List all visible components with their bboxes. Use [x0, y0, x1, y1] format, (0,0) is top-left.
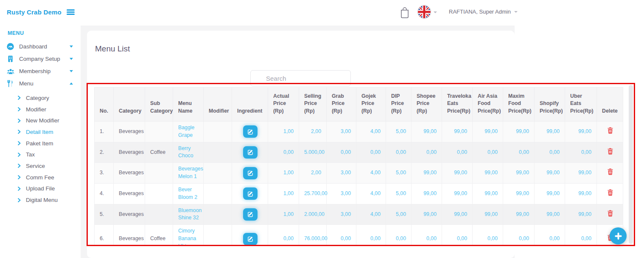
cell-ingredient	[232, 142, 268, 163]
table-row: 6.BeveragesCoffeeCimory Banana Uht0,0076…	[95, 225, 623, 246]
chevron-right-icon	[18, 141, 21, 145]
uk-flag-icon[interactable]	[418, 6, 431, 18]
cell-delete	[597, 163, 623, 184]
cell-price: 5,00	[386, 183, 412, 204]
search-box	[250, 70, 351, 86]
sidebar-subitem-paket-item[interactable]: Paket Item	[0, 138, 81, 149]
vertical-scrollbar[interactable]	[629, 85, 633, 244]
ingredient-edit-button[interactable]	[243, 125, 258, 138]
sidebar-subitem-label: Paket Item	[26, 140, 53, 147]
sidebar-item-membership[interactable]: Membership	[0, 65, 81, 77]
cell-price: 25.700,00	[299, 183, 327, 204]
cell-sub-category: Coffee	[145, 142, 173, 163]
cell-category: Beverages	[114, 163, 145, 184]
cell-price: 99,00	[473, 204, 503, 225]
user-menu[interactable]: RAFTIANA, Super Admin	[449, 9, 518, 15]
cell-price: 1,00	[268, 163, 299, 184]
cell-price: 0,00	[356, 225, 386, 246]
delete-button[interactable]	[607, 127, 613, 134]
cell-price: 0,00	[473, 225, 503, 246]
sidebar-item-menu[interactable]: Menu	[0, 77, 81, 90]
cell-price: 99,00	[442, 122, 473, 142]
cell-modifier	[204, 225, 232, 246]
table-row: 4.BeveragesBever Bloom 21,0025.700,003,0…	[95, 183, 623, 204]
column-header: Uber Eats Price(Rp)	[565, 88, 597, 122]
chevron-right-icon	[18, 164, 21, 168]
cell-modifier	[204, 122, 232, 142]
cell-price: 99,00	[473, 183, 503, 204]
menu-name-link[interactable]: Berry Choco	[178, 145, 193, 159]
column-header: Traveloka Eats Price(Rp)	[442, 88, 473, 122]
cell-price: 2,00	[299, 122, 327, 142]
sidebar-subitem-tax[interactable]: Tax	[0, 149, 81, 160]
menu-name-link[interactable]: Bever Bloom 2	[178, 187, 197, 200]
chevron-right-icon	[18, 153, 21, 157]
menu-name-link[interactable]: Bluemoon Shine 32	[178, 207, 202, 221]
cell-price: 0,00	[503, 142, 535, 163]
ingredient-edit-button[interactable]	[243, 187, 258, 200]
delete-button[interactable]	[607, 148, 613, 155]
brand-row: Rusty Crab Demo	[0, 0, 81, 16]
sidebar-subitem-comm-fee[interactable]: Comm Fee	[0, 172, 81, 183]
cell-price: 0,00	[268, 225, 299, 246]
table-header: No.CategorySub CategoryMenu NameModifier…	[95, 88, 623, 122]
shopping-bag-icon[interactable]	[399, 7, 410, 19]
ingredient-edit-button[interactable]	[243, 167, 258, 179]
cell-ingredient	[232, 204, 268, 225]
sidebar-subitem-detail-item[interactable]: Detail Item	[0, 126, 81, 138]
cell-no: 4.	[95, 183, 114, 204]
cell-price: 0,00	[356, 142, 386, 163]
sidebar-submenu-menu: CategoryModifierNew ModifierDetail ItemP…	[0, 90, 81, 207]
sidebar: Rusty Crab Demo MENU DashboardCompany Se…	[0, 0, 81, 258]
hamburger-menu-icon[interactable]	[67, 9, 75, 15]
brand-title[interactable]: Rusty Crab Demo	[7, 9, 62, 16]
column-header: Category	[114, 88, 145, 122]
sidebar-item-company-setup[interactable]: Company Setup	[0, 53, 81, 65]
cell-category: Beverages	[114, 142, 145, 163]
sidebar-subitem-service[interactable]: Service	[0, 160, 81, 172]
chevron-right-icon	[18, 175, 21, 179]
cell-category: Beverages	[114, 225, 145, 246]
column-header: Sub Category	[145, 88, 173, 122]
ingredient-edit-button[interactable]	[243, 146, 258, 159]
utensils-icon	[7, 80, 14, 87]
table-row: 2.BeveragesCoffeeBerry Choco0,005.000,00…	[95, 142, 623, 163]
chevron-right-icon	[18, 119, 21, 123]
cell-category: Beverages	[114, 183, 145, 204]
sidebar-subitem-new-modifier[interactable]: New Modifier	[0, 115, 81, 126]
page-title: Menu List	[95, 44, 130, 54]
delete-button[interactable]	[607, 210, 613, 217]
cell-price: 0,00	[386, 142, 412, 163]
sidebar-subitem-digital-menu[interactable]: Digital Menu	[0, 194, 81, 206]
delete-button[interactable]	[607, 189, 613, 196]
caret-down-icon	[434, 11, 437, 13]
caret-down-icon	[70, 58, 73, 60]
sidebar-item-dashboard[interactable]: Dashboard	[0, 40, 81, 53]
ingredient-edit-button[interactable]	[243, 208, 258, 221]
sidebar-subitem-label: Tax	[26, 151, 35, 158]
column-header: Modifier	[204, 88, 232, 122]
menu-name-link[interactable]: Beverages Melon 1	[178, 166, 203, 179]
app-window: RAFTIANA, Super Admin Menu List No.Categ…	[0, 0, 644, 258]
menu-name-link[interactable]: Baggle Grape	[178, 125, 194, 138]
cell-price: 99,00	[412, 204, 442, 225]
cell-price: 1,00	[268, 183, 299, 204]
cell-no: 1.	[95, 122, 114, 142]
delete-button[interactable]	[607, 168, 613, 175]
sidebar-subitem-label: Comm Fee	[26, 174, 54, 181]
cell-price: 4,00	[356, 122, 386, 142]
column-header: Grab Price (Rp)	[327, 88, 356, 122]
menu-name-link[interactable]: Cimory Banana Uht	[178, 228, 196, 246]
chevron-right-icon	[18, 96, 21, 100]
sidebar-subitem-label: Modifier	[26, 106, 46, 113]
sidebar-subitem-category[interactable]: Category	[0, 92, 81, 104]
add-menu-button[interactable]	[610, 227, 627, 244]
search-input[interactable]	[250, 70, 351, 86]
cell-price: 5,00	[386, 204, 412, 225]
ingredient-edit-button[interactable]	[243, 233, 258, 245]
sidebar-subitem-modifier[interactable]: Modifier	[0, 104, 81, 115]
sidebar-subitem-label: New Modifier	[26, 117, 59, 124]
cell-price: 4,00	[356, 183, 386, 204]
sidebar-subitem-upload-file[interactable]: Upload File	[0, 183, 81, 195]
cell-price: 0,00	[535, 225, 565, 246]
